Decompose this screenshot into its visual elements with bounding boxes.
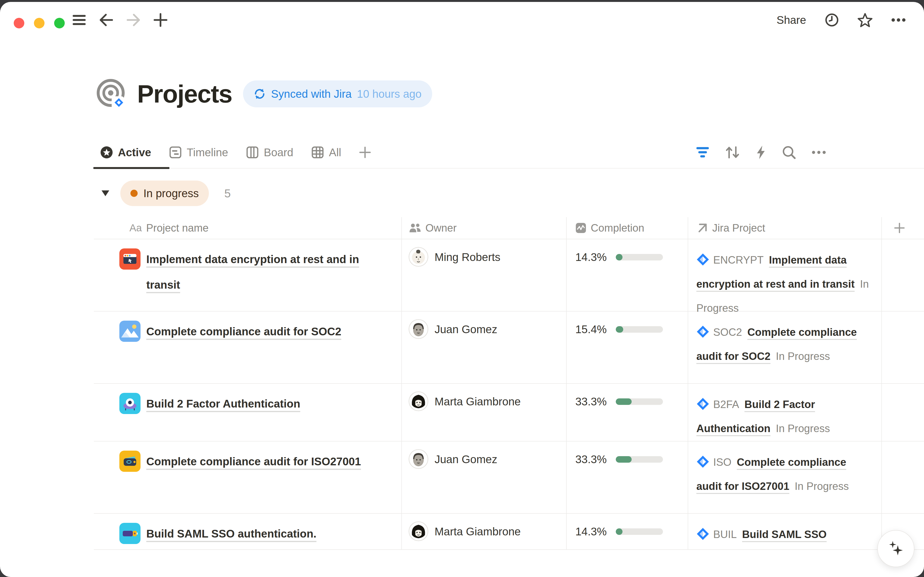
jira-project-cell[interactable]: ENCRYPT Implement data encryption at res… xyxy=(688,239,882,311)
search-icon[interactable] xyxy=(782,145,796,160)
history-clock-icon[interactable] xyxy=(825,13,839,27)
project-name-cell[interactable]: Complete compliance audit for ISO27001 xyxy=(94,442,402,513)
sync-badge-label: Synced with Jira xyxy=(271,87,352,100)
owner-cell[interactable]: Marta Giambrone xyxy=(402,514,567,549)
group-count: 5 xyxy=(224,187,231,200)
sync-icon xyxy=(254,88,266,100)
tab-label: Board xyxy=(264,146,293,159)
new-tab-icon[interactable] xyxy=(154,13,167,27)
project-title-link[interactable]: Build SAML SSO authentication. xyxy=(146,521,317,546)
project-name-cell[interactable]: Implement data encryption at rest and in… xyxy=(94,239,402,311)
jira-issue-status: In Progress xyxy=(795,480,849,492)
jira-project-cell[interactable]: BUIL Build SAML SSO authentication. In P… xyxy=(688,514,882,549)
collapse-triangle-icon[interactable] xyxy=(101,190,110,197)
back-icon[interactable] xyxy=(99,13,114,27)
avatar-marta xyxy=(408,392,428,411)
text-type-icon: Aa xyxy=(129,222,142,234)
alien-creature-icon xyxy=(119,393,140,414)
completion-cell[interactable]: 14.3% xyxy=(567,514,688,549)
project-name-cell[interactable]: Complete compliance audit for SOC2 xyxy=(94,311,402,383)
progress-bar xyxy=(616,326,663,333)
owner-cell[interactable]: Ming Roberts xyxy=(402,239,567,311)
owner-cell[interactable]: Juan Gomez xyxy=(402,311,567,383)
tab-label: All xyxy=(329,146,341,159)
mountain-photo-icon xyxy=(119,321,140,342)
project-title-link[interactable]: Implement data encryption at rest and in… xyxy=(146,247,393,298)
add-column-button[interactable] xyxy=(882,217,924,239)
project-name-cell[interactable]: Build SAML SSO authentication. xyxy=(94,514,402,549)
menu-icon[interactable] xyxy=(72,15,86,26)
table-row[interactable]: Complete compliance audit for SOC2 Juan … xyxy=(94,311,924,384)
sync-badge-time: 10 hours ago xyxy=(357,87,421,100)
table-row[interactable]: Build SAML SSO authentication. Marta Gia… xyxy=(94,514,924,550)
page-title: Projects xyxy=(137,80,232,108)
completion-percent: 15.4% xyxy=(575,319,607,339)
owner-cell[interactable]: Marta Giambrone xyxy=(402,384,567,441)
completion-cell[interactable]: 15.4% xyxy=(567,311,688,383)
sort-icon[interactable] xyxy=(725,146,740,159)
table-row[interactable]: Complete compliance audit for ISO27001 J… xyxy=(94,442,924,514)
column-header-owner[interactable]: Owner xyxy=(402,217,567,239)
column-label: Project name xyxy=(146,222,208,234)
progress-bar xyxy=(616,529,663,535)
owner-name: Marta Giambrone xyxy=(435,521,521,542)
tab-label: Timeline xyxy=(187,146,228,159)
forward-icon[interactable] xyxy=(126,13,141,27)
favorite-star-icon[interactable] xyxy=(858,13,873,27)
column-header-jira-project[interactable]: Jira Project xyxy=(688,217,882,239)
avatar-marta xyxy=(408,521,428,541)
jira-icon xyxy=(696,253,709,266)
share-button[interactable]: Share xyxy=(776,13,806,26)
table-row[interactable]: Build 2 Factor Authentication Marta Giam… xyxy=(94,384,924,442)
ai-assistant-button[interactable] xyxy=(877,530,914,567)
plus-icon xyxy=(894,222,905,234)
owner-cell[interactable]: Juan Gomez xyxy=(402,442,567,513)
zoom-window-button[interactable] xyxy=(54,18,65,28)
tab-board[interactable]: Board xyxy=(246,137,293,168)
avatar-juan xyxy=(408,319,428,339)
avatar-juan xyxy=(408,449,428,469)
tab-timeline[interactable]: Timeline xyxy=(169,137,228,168)
automations-lightning-icon[interactable] xyxy=(755,145,766,160)
column-header-completion[interactable]: Completion xyxy=(567,217,688,239)
people-icon xyxy=(409,222,421,233)
completion-percent: 14.3% xyxy=(575,247,607,267)
tab-all[interactable]: All xyxy=(311,137,341,168)
page-icon-target[interactable] xyxy=(96,78,127,110)
project-title-link[interactable]: Complete compliance audit for ISO27001 xyxy=(146,449,361,474)
jira-icon xyxy=(696,527,709,540)
project-title-link[interactable]: Complete compliance audit for SOC2 xyxy=(146,319,341,344)
filter-icon[interactable] xyxy=(696,146,709,159)
project-title-link[interactable]: Build 2 Factor Authentication xyxy=(146,391,300,416)
progress-bar xyxy=(616,456,663,463)
timeline-icon xyxy=(169,146,182,159)
star-circle-icon xyxy=(100,146,113,159)
sparkles-icon xyxy=(886,539,905,558)
owner-name: Ming Roberts xyxy=(435,247,500,267)
table-header: Aa Project name Owner Completion xyxy=(94,217,924,239)
completion-cell[interactable]: 33.3% xyxy=(567,442,688,513)
jira-sync-badge[interactable]: Synced with Jira 10 hours ago xyxy=(243,81,432,107)
column-header-project-name[interactable]: Aa Project name xyxy=(94,217,402,239)
close-window-button[interactable] xyxy=(14,18,24,28)
project-name-cell[interactable]: Build 2 Factor Authentication xyxy=(94,384,402,441)
jira-project-cell[interactable]: B2FA Build 2 Factor Authentication In Pr… xyxy=(688,384,882,441)
completion-percent: 33.3% xyxy=(575,392,607,412)
more-options-icon[interactable] xyxy=(891,18,906,22)
view-actions xyxy=(696,137,826,168)
add-view-button[interactable] xyxy=(359,137,371,168)
wallet-icon xyxy=(119,451,140,472)
status-dot xyxy=(130,190,138,197)
completion-cell[interactable]: 33.3% xyxy=(567,384,688,441)
view-more-icon[interactable] xyxy=(812,151,826,154)
group-status-pill[interactable]: In progress xyxy=(120,181,209,206)
jira-icon xyxy=(696,455,709,468)
table-row[interactable]: Implement data encryption at rest and in… xyxy=(94,239,924,311)
window-controls xyxy=(14,18,65,28)
tab-active[interactable]: Active xyxy=(100,137,151,168)
minimize-window-button[interactable] xyxy=(34,18,45,28)
progress-bar xyxy=(616,398,663,405)
completion-cell[interactable]: 14.3% xyxy=(567,239,688,311)
jira-project-cell[interactable]: SOC2 Complete compliance audit for SOC2 … xyxy=(688,311,882,383)
jira-project-cell[interactable]: ISO Complete compliance audit for ISO270… xyxy=(688,442,882,513)
